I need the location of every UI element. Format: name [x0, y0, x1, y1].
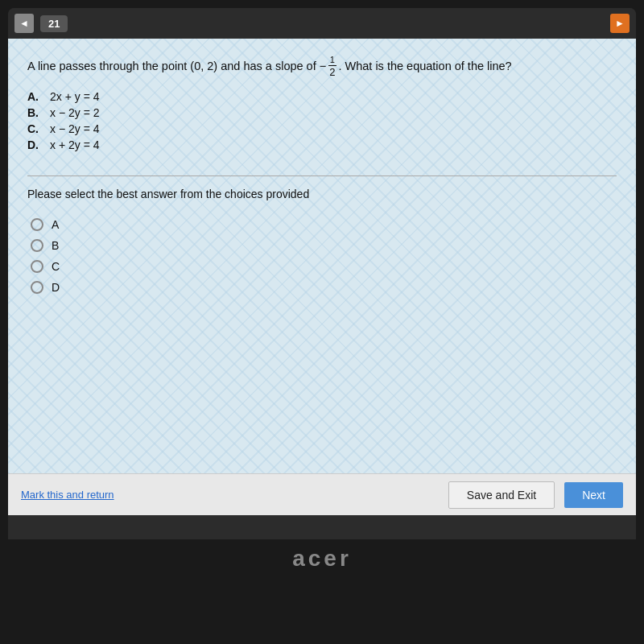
radio-option-d[interactable]: D	[31, 281, 617, 294]
question-text-before: A line passes through the point (0, 2) a…	[27, 60, 326, 72]
radio-label-c: C	[52, 260, 60, 273]
choice-b-label: B.	[27, 106, 43, 119]
laptop-bottom-bezel	[8, 515, 636, 539]
logo-area: acer	[292, 546, 352, 572]
choice-a-text: 2x + y = 4	[50, 90, 99, 103]
fraction-numerator: 1	[328, 55, 336, 66]
top-bar: ◄ 21 ►	[8, 8, 636, 39]
choice-b: B. x − 2y = 2	[27, 106, 617, 119]
radio-option-a[interactable]: A	[31, 218, 617, 231]
choice-d-text: x + 2y = 4	[50, 138, 99, 151]
radio-label-b: B	[52, 239, 59, 252]
radio-label-d: D	[52, 281, 60, 294]
instruction-text: Please select the best answer from the c…	[27, 188, 617, 200]
mark-return-link[interactable]: Mark this and return	[21, 489, 439, 501]
screen-wrapper: ◄ 21 ► A line passes through the point (…	[8, 8, 636, 539]
question-text: A line passes through the point (0, 2) a…	[27, 55, 617, 79]
choice-a: A. 2x + y = 4	[27, 90, 617, 103]
next-arrow-button[interactable]: ►	[610, 14, 630, 33]
radio-options-list: A B C D	[31, 218, 617, 294]
choice-a-label: A.	[27, 90, 43, 103]
choice-d: D. x + 2y = 4	[27, 138, 617, 151]
choice-c-label: C.	[27, 122, 43, 135]
radio-circle-a	[31, 218, 43, 231]
save-exit-button[interactable]: Save and Exit	[448, 481, 555, 509]
fraction: 1 2	[328, 55, 336, 79]
prev-arrow-button[interactable]: ◄	[14, 14, 34, 33]
fraction-denominator: 2	[328, 66, 336, 79]
radio-circle-b	[31, 239, 43, 252]
radio-label-a: A	[52, 218, 59, 231]
brand-logo: acer	[292, 546, 352, 572]
choice-c: C. x − 2y = 4	[27, 122, 617, 135]
next-button[interactable]: Next	[564, 482, 623, 508]
radio-circle-d	[31, 281, 43, 294]
bottom-bar: Mark this and return Save and Exit Next	[8, 473, 636, 515]
choices-list: A. 2x + y = 4 B. x − 2y = 2 C. x − 2y = …	[27, 90, 617, 151]
choice-d-label: D.	[27, 138, 43, 151]
choice-c-text: x − 2y = 4	[50, 122, 99, 135]
question-text-after: . What is the equation of the line?	[338, 60, 511, 72]
choice-b-text: x − 2y = 2	[50, 106, 99, 119]
radio-option-c[interactable]: C	[31, 260, 617, 273]
section-divider	[27, 175, 617, 176]
radio-circle-c	[31, 260, 43, 273]
radio-option-b[interactable]: B	[31, 239, 617, 252]
content-area: A line passes through the point (0, 2) a…	[8, 39, 636, 473]
question-number-badge: 21	[40, 15, 68, 32]
